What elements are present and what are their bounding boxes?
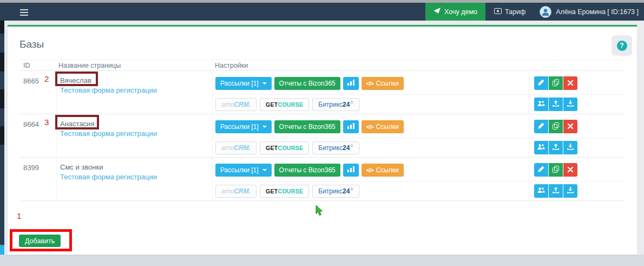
links-button[interactable]: </>Ссылки xyxy=(362,77,404,90)
test-form-link[interactable]: Тестовая форма регистрации xyxy=(60,129,157,138)
amocrm-button[interactable]: amoCRM. xyxy=(215,98,257,111)
links-label: Ссылки xyxy=(376,166,399,174)
upload-button[interactable] xyxy=(549,98,563,111)
copy-button[interactable] xyxy=(549,76,563,90)
edit-button[interactable] xyxy=(534,120,548,133)
name-cell: Смс и звонки Тестовая форма регистрации xyxy=(57,158,213,201)
actions-cell xyxy=(529,71,625,114)
download-icon xyxy=(567,100,574,108)
amocrm-logo: amo xyxy=(221,101,234,108)
stats-button[interactable] xyxy=(343,77,359,90)
getcourse-button[interactable]: GETCOURSE xyxy=(260,185,309,198)
close-icon xyxy=(568,166,573,174)
bar-chart-icon xyxy=(347,80,354,88)
download-button[interactable] xyxy=(563,184,577,198)
amocrm-button[interactable]: amoCRM. xyxy=(215,141,257,154)
help-icon: ? xyxy=(617,41,627,51)
header-settings: Настройки xyxy=(215,62,248,69)
app-window: Хочу демо Тариф Алёна Еромина [ ID:1673 … xyxy=(0,0,644,266)
code-icon: </> xyxy=(366,80,373,87)
mailings-dropdown[interactable]: Рассылки [1] xyxy=(215,77,272,90)
upload-icon xyxy=(553,187,559,195)
bitrix24-logo: Битрикс xyxy=(318,187,343,195)
download-button[interactable] xyxy=(563,141,577,154)
delete-button[interactable] xyxy=(563,163,577,177)
stats-button[interactable] xyxy=(343,164,359,177)
close-icon xyxy=(568,122,573,131)
page-title: Базы xyxy=(19,38,44,50)
code-icon: </> xyxy=(366,124,373,130)
bitrix24-logo: Битрикс xyxy=(318,101,343,108)
getcourse-button[interactable]: GETCOURSE xyxy=(260,98,309,111)
copy-icon xyxy=(553,122,559,131)
tariff-menu-item[interactable]: Тариф xyxy=(485,3,534,21)
close-icon xyxy=(568,79,573,87)
subscribers-button[interactable] xyxy=(534,98,548,111)
mailings-label: Рассылки [1] xyxy=(220,123,259,131)
test-form-link[interactable]: Тестовая форма регистрации xyxy=(60,173,157,181)
mailings-label: Рассылки [1] xyxy=(220,166,259,174)
subscribers-button[interactable] xyxy=(534,184,548,198)
getcourse-logo: GET xyxy=(266,188,278,194)
links-label: Ссылки xyxy=(376,80,399,87)
databases-table: ID Название страницы Настройки 8665 2 Вя… xyxy=(19,60,625,201)
page-name: Вячеслав xyxy=(60,76,91,85)
page-name: Смс и звонки xyxy=(60,163,103,171)
menu-icon[interactable] xyxy=(20,8,31,16)
bar-chart-icon xyxy=(347,166,354,174)
mailings-dropdown[interactable]: Рассылки [1] xyxy=(215,164,272,177)
upload-button[interactable] xyxy=(549,184,563,198)
demo-button[interactable]: Хочу демо xyxy=(425,3,485,21)
settings-cell: Рассылки [1] Отчеты с Bizon365 </>Ссылки… xyxy=(213,71,529,114)
row-divider xyxy=(213,94,625,95)
bizon-reports-button[interactable]: Отчеты с Bizon365 xyxy=(274,164,340,177)
actions-cell xyxy=(529,114,625,158)
users-icon xyxy=(537,144,545,152)
copy-button[interactable] xyxy=(549,163,563,177)
download-icon xyxy=(567,144,574,152)
user-name-label: Алёна Еромина [ ID:1673 ] xyxy=(556,8,639,16)
getcourse-logo: GET xyxy=(266,145,278,151)
paper-plane-icon xyxy=(433,8,441,16)
upload-button[interactable] xyxy=(549,141,563,154)
copy-button[interactable] xyxy=(549,120,563,133)
delete-button[interactable] xyxy=(563,120,577,133)
test-form-link[interactable]: Тестовая форма регистрации xyxy=(60,86,157,94)
navbar-right: Хочу демо Тариф Алёна Еромина [ ID:1673 … xyxy=(425,3,643,21)
bitrix24-button[interactable]: Битрикс24® xyxy=(312,98,359,111)
demo-button-label: Хочу демо xyxy=(444,8,477,16)
links-button[interactable]: </>Ссылки xyxy=(362,120,404,133)
row-id: 8664 xyxy=(23,120,39,128)
delete-button[interactable] xyxy=(563,76,577,90)
pencil-icon xyxy=(538,122,544,131)
annotation-number: 2 xyxy=(44,74,49,83)
amocrm-button[interactable]: amoCRM. xyxy=(215,185,257,198)
bizon-reports-button[interactable]: Отчеты с Bizon365 xyxy=(274,120,340,133)
bizon-reports-button[interactable]: Отчеты с Bizon365 xyxy=(274,77,340,90)
table-row: 8399 Смс и звонки Тестовая форма регистр… xyxy=(19,158,625,201)
subscribers-button[interactable] xyxy=(534,141,548,154)
code-icon: </> xyxy=(366,167,373,173)
bitrix24-button[interactable]: Битрикс24® xyxy=(312,141,359,154)
amocrm-logo: amo xyxy=(221,187,234,195)
add-button[interactable]: Добавить xyxy=(19,235,61,247)
edit-button[interactable] xyxy=(534,163,548,177)
stats-button[interactable] xyxy=(343,120,359,133)
mailings-dropdown[interactable]: Рассылки [1] xyxy=(215,120,272,133)
getcourse-button[interactable]: GETCOURSE xyxy=(260,141,309,154)
name-cell: Анастасия Тестовая форма регистрации xyxy=(57,114,213,158)
links-label: Ссылки xyxy=(376,123,399,131)
bitrix24-button[interactable]: Битрикс24® xyxy=(312,185,359,198)
tariff-label: Тариф xyxy=(505,8,525,16)
collapsed-sidebar[interactable] xyxy=(0,21,4,266)
header-name: Название страницы xyxy=(58,62,121,69)
name-cell: Вячеслав Тестовая форма регистрации xyxy=(57,71,213,114)
download-button[interactable] xyxy=(563,98,577,111)
edit-button[interactable] xyxy=(534,76,548,90)
id-cell: 8664 3 xyxy=(19,114,57,158)
chevron-down-icon xyxy=(262,169,267,171)
users-icon xyxy=(537,100,545,108)
links-button[interactable]: </>Ссылки xyxy=(362,164,404,177)
user-menu[interactable]: Алёна Еромина [ ID:1673 ] xyxy=(534,3,643,21)
help-button[interactable]: ? xyxy=(612,35,632,56)
